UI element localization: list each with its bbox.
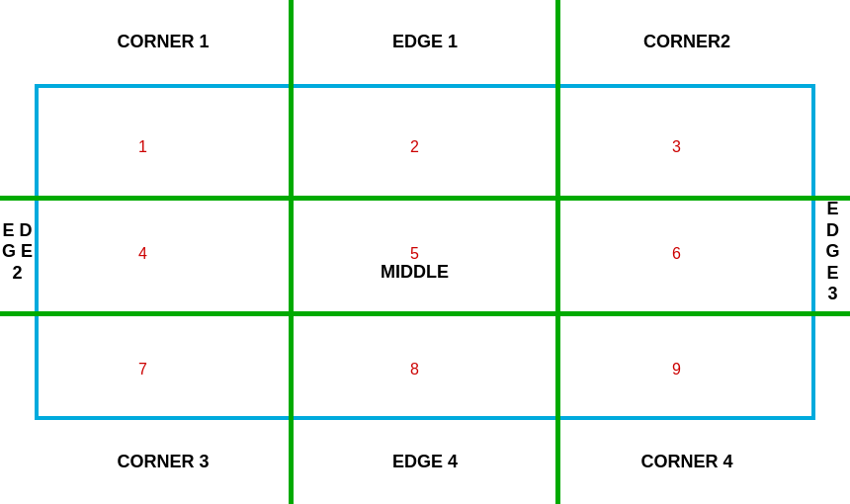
- cell-4: 4: [138, 245, 147, 263]
- vline-left: [289, 0, 294, 504]
- edge2-label: E D G E 2: [0, 84, 35, 420]
- cell-8: 8: [410, 361, 419, 378]
- cell-5: 5: [410, 245, 419, 263]
- edge3-label: EDGE3: [815, 84, 850, 420]
- vline-right: [555, 0, 560, 504]
- hline-top: [0, 196, 850, 201]
- hline-bottom: [0, 311, 850, 316]
- blue-border-box: [35, 84, 815, 420]
- edge1-label: EDGE 1: [292, 0, 558, 84]
- cell-7: 7: [138, 361, 147, 378]
- edge4-label: EDGE 4: [292, 420, 558, 504]
- corner3-label: CORNER 3: [35, 420, 292, 504]
- corner4-label: CORNER 4: [558, 420, 815, 504]
- corner2-label: CORNER2: [558, 0, 815, 84]
- cell-9: 9: [672, 361, 681, 378]
- cell-2: 2: [410, 138, 419, 156]
- cell-6: 6: [672, 245, 681, 263]
- middle-label: MIDDLE: [381, 262, 449, 283]
- cell-1: 1: [138, 138, 147, 156]
- corner1-label: CORNER 1: [35, 0, 292, 84]
- cell-3: 3: [672, 138, 681, 156]
- grid-container: CORNER 1 EDGE 1 CORNER2 CORNER 3 EDGE 4 …: [0, 0, 850, 504]
